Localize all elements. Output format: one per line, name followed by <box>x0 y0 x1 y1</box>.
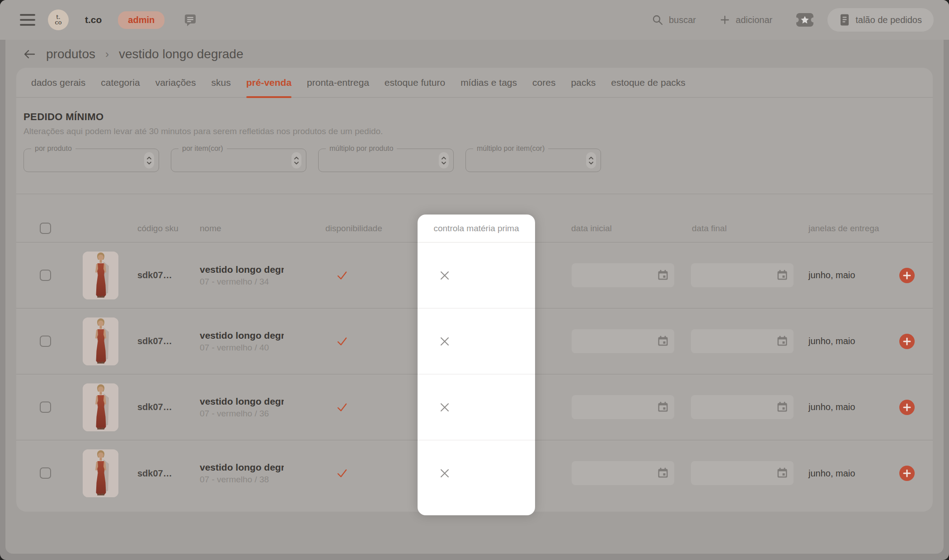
minimum-order-field: múltiplo por produto <box>318 149 454 172</box>
product-image <box>83 317 118 365</box>
calendar-icon <box>657 335 669 347</box>
calendar-icon <box>776 467 788 479</box>
tab[interactable]: pré-venda <box>239 68 299 98</box>
breadcrumb-current: vestido longo degrade <box>119 47 244 61</box>
add-delivery-window-button[interactable] <box>899 466 915 481</box>
minimum-order-subtitle: Alterações aqui podem levar até 30 minut… <box>23 126 383 136</box>
brand-logo[interactable]: t. co <box>48 9 69 30</box>
product-name: vestido longo degra <box>200 330 284 341</box>
minimum-order-input[interactable] <box>171 149 306 172</box>
row-checkbox[interactable] <box>40 467 51 479</box>
hamburger-menu-icon[interactable] <box>20 14 35 26</box>
breadcrumb-section[interactable]: produtos <box>46 47 95 61</box>
minimum-order-title: PEDIDO MÍNIMO <box>23 111 104 123</box>
spotlight-row <box>418 440 535 506</box>
plus-icon <box>719 14 730 25</box>
add-button[interactable]: adicionar <box>719 14 772 25</box>
minimum-order-input[interactable] <box>24 149 159 172</box>
sku-cell: sdk07… <box>137 440 172 506</box>
tab[interactable]: cores <box>525 68 563 98</box>
topbar: t. co t.co admin buscar <box>0 0 949 40</box>
search-button[interactable]: buscar <box>652 14 696 26</box>
topbar-right: buscar adicionar <box>652 8 934 32</box>
minimum-order-fields: por produto por item(cor) múltiplo por p… <box>23 149 601 172</box>
add-delivery-window-button[interactable] <box>899 334 915 349</box>
x-mark-icon <box>439 467 451 479</box>
plus-icon <box>903 403 911 411</box>
back-arrow-icon[interactable] <box>23 47 36 61</box>
minimum-order-field: por item(cor) <box>171 149 306 172</box>
tab[interactable]: skus <box>204 68 239 98</box>
tab[interactable]: dados gerais <box>23 68 93 98</box>
plus-icon <box>903 271 911 280</box>
section-divider <box>16 194 933 194</box>
calendar-icon <box>657 269 669 281</box>
order-pad-icon <box>839 14 850 26</box>
breadcrumb: produtos › vestido longo degrade <box>23 42 244 66</box>
product-image <box>83 449 118 497</box>
product-variant: 07 - vermelho / 40 <box>200 343 284 353</box>
product-name: vestido longo degra <box>200 462 284 473</box>
tab[interactable]: variações <box>148 68 204 98</box>
tab[interactable]: mídias e tags <box>453 68 525 98</box>
name-cell: vestido longo degra 07 - vermelho / 36 <box>200 396 284 419</box>
dress-photo <box>83 317 118 365</box>
tab[interactable]: estoque de packs <box>603 68 693 98</box>
add-label: adicionar <box>736 15 772 25</box>
header-data-inicial: data inicial <box>571 224 612 233</box>
delivery-windows-cell: junho, maio <box>808 374 855 440</box>
x-mark-icon <box>439 270 451 281</box>
product-name: vestido longo degra <box>200 396 284 407</box>
data-final-input[interactable] <box>691 461 794 485</box>
data-inicial-input[interactable] <box>572 395 674 419</box>
header-janelas: janelas de entrega <box>808 224 879 233</box>
tab[interactable]: pronta-entrega <box>299 68 377 98</box>
minimum-order-input[interactable] <box>319 149 453 172</box>
data-final-input[interactable] <box>691 329 794 353</box>
data-inicial-input[interactable] <box>572 329 674 353</box>
calendar-icon <box>657 467 669 479</box>
spotlight-row <box>418 308 535 374</box>
header-data-final: data final <box>692 224 727 233</box>
data-final-input[interactable] <box>691 395 794 419</box>
data-final-input[interactable] <box>691 263 794 287</box>
dress-photo <box>83 449 118 497</box>
minimum-order-field: por produto <box>23 149 159 172</box>
header-disponibilidade: disponibilidade <box>325 224 382 233</box>
spotlight-row <box>418 374 535 440</box>
product-image <box>83 252 118 299</box>
data-inicial-input[interactable] <box>572 263 674 287</box>
order-pad-button[interactable]: talão de pedidos <box>827 8 934 32</box>
tab[interactable]: packs <box>563 68 603 98</box>
product-image <box>83 383 118 431</box>
row-checkbox[interactable] <box>40 401 51 413</box>
availability-check-icon <box>336 336 348 349</box>
tab[interactable]: estoque futuro <box>377 68 453 98</box>
sku-cell: sdk07… <box>137 243 172 308</box>
select-all-checkbox[interactable] <box>40 223 51 234</box>
chat-button[interactable] <box>183 13 197 27</box>
spotlight-column: controla matéria prima <box>418 215 535 515</box>
name-cell: vestido longo degra 07 - vermelho / 40 <box>200 330 284 353</box>
order-pad-label: talão de pedidos <box>855 15 922 25</box>
favorites-button[interactable] <box>796 13 814 27</box>
row-checkbox[interactable] <box>40 270 51 281</box>
minimum-order-field: múltiplo por item(cor) <box>465 149 601 172</box>
calendar-icon <box>776 269 788 281</box>
star-ticket-icon <box>796 13 814 27</box>
tab[interactable]: categoria <box>93 68 147 98</box>
header-controla-materia-prima: controla matéria prima <box>418 215 535 243</box>
minimum-order-input[interactable] <box>466 149 601 172</box>
dress-photo <box>83 383 118 431</box>
logo-monogram-bottom: co <box>55 20 61 25</box>
search-icon <box>652 14 663 26</box>
sku-cell: sdk07… <box>137 308 172 374</box>
add-delivery-window-button[interactable] <box>899 400 915 415</box>
spotlight-row <box>418 243 535 308</box>
header-sku: código sku <box>137 224 179 233</box>
add-delivery-window-button[interactable] <box>899 268 915 283</box>
row-checkbox[interactable] <box>40 336 51 347</box>
sku-cell: sdk07… <box>137 374 172 440</box>
x-mark-icon <box>439 401 451 413</box>
data-inicial-input[interactable] <box>572 461 674 485</box>
